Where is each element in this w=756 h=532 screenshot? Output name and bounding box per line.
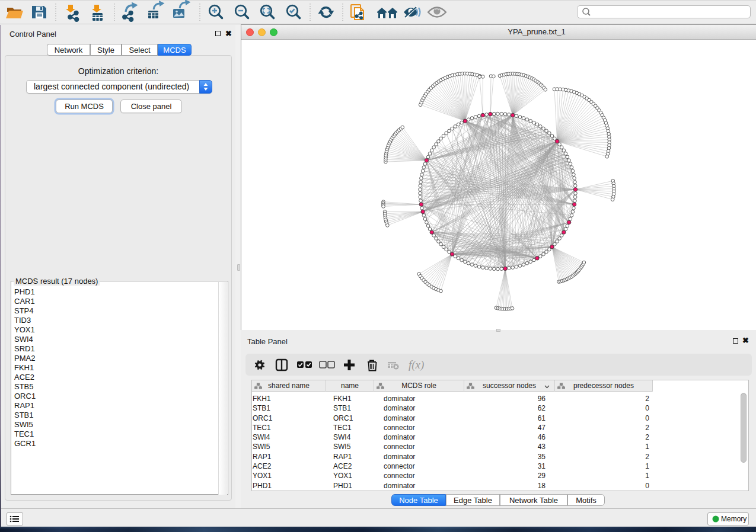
svg-text:f(x): f(x) xyxy=(409,358,424,371)
svg-text:Memory: Memory xyxy=(721,515,747,523)
